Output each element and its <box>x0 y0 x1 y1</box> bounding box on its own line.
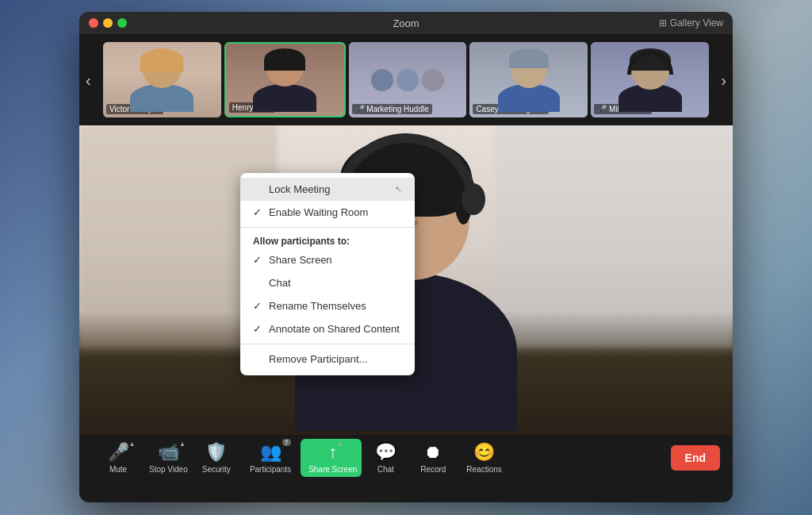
participant-thumb-4[interactable]: Casey Cunningham <box>469 42 588 117</box>
desktop-background: Zoom ⊞ Gallery View ‹ Victoria Reyes <box>0 0 812 515</box>
share-chevron: ▲ <box>337 440 343 448</box>
share-screen-button[interactable]: ↑ ▲ Share Screen <box>301 439 362 477</box>
participant-name-3: 🎤 Marketing Huddle <box>352 104 432 114</box>
menu-item-chat[interactable]: Chat <box>240 271 415 294</box>
maximize-button[interactable] <box>117 18 127 28</box>
participant-thumb-1[interactable]: Victoria Reyes <box>103 42 221 117</box>
reactions-button[interactable]: 😊 Reactions <box>457 442 511 474</box>
people-icon: 👥 7 <box>260 442 282 463</box>
mute-chevron: ▲ <box>129 440 136 448</box>
toolbar: 🎤 ▲ Mute 📹 ▲ Stop Video 🛡️ Security 👥 <box>79 435 733 481</box>
window-title: Zoom <box>393 17 419 29</box>
record-button[interactable]: ⏺ Record <box>409 442 457 474</box>
participants-button[interactable]: 👥 7 Participants <box>240 442 301 474</box>
participant-thumb-2[interactable]: Henry Park <box>224 42 346 117</box>
chat-icon: 💬 <box>375 442 396 463</box>
participants-badge: 7 <box>282 439 290 446</box>
end-button[interactable]: End <box>671 445 720 471</box>
traffic-lights <box>89 18 127 28</box>
menu-item-enable-waiting-room[interactable]: ✓ Enable Waiting Room <box>240 201 415 224</box>
main-video-area: Lock Meeting ↖ ✓ Enable Waiting Room All… <box>79 125 733 435</box>
record-icon: ⏺ <box>424 442 442 463</box>
menu-item-share-screen[interactable]: ✓ Share Screen <box>240 248 415 271</box>
emoji-icon: 😊 <box>473 442 495 463</box>
participant-thumb-3[interactable]: 🎤 Marketing Huddle <box>349 42 467 117</box>
participant-thumb-5[interactable]: 🎤 Mike Nolan <box>591 42 709 117</box>
menu-item-remove-participant[interactable]: Remove Participant... <box>240 348 415 371</box>
video-chevron: ▲ <box>179 440 186 448</box>
gallery-view-button[interactable]: ⊞ Gallery View <box>659 17 723 29</box>
menu-item-rename[interactable]: ✓ Rename Themselves <box>240 294 415 317</box>
video-icon: 📹 ▲ <box>158 442 179 463</box>
security-button[interactable]: 🛡️ Security <box>193 442 240 474</box>
close-button[interactable] <box>89 18 98 28</box>
menu-item-lock-meeting[interactable]: Lock Meeting ↖ <box>240 178 415 201</box>
menu-item-annotate[interactable]: ✓ Annotate on Shared Content <box>240 317 415 340</box>
title-bar: Zoom ⊞ Gallery View <box>79 12 733 34</box>
menu-section-allow: Allow participants to: <box>240 231 415 248</box>
security-dropdown-menu: Lock Meeting ↖ ✓ Enable Waiting Room All… <box>240 173 415 375</box>
stop-video-button[interactable]: 📹 ▲ Stop Video <box>140 442 193 474</box>
mic-icon: 🎤 ▲ <box>108 442 129 463</box>
menu-divider-1 <box>240 227 415 228</box>
mute-button[interactable]: 🎤 ▲ Mute <box>92 442 140 474</box>
chat-button[interactable]: 💬 Chat <box>362 442 409 474</box>
strip-nav-right[interactable]: › <box>721 71 726 89</box>
headphone-cup-right <box>462 183 485 215</box>
share-icon: ↑ ▲ <box>328 442 337 463</box>
strip-nav-left[interactable]: ‹ <box>86 71 91 89</box>
zoom-window: Zoom ⊞ Gallery View ‹ Victoria Reyes <box>79 12 733 502</box>
menu-divider-2 <box>240 344 415 344</box>
minimize-button[interactable] <box>103 18 113 28</box>
gallery-view-icon: ⊞ <box>659 17 667 29</box>
shield-icon: 🛡️ <box>205 442 227 463</box>
participants-strip: ‹ Victoria Reyes <box>79 34 733 125</box>
